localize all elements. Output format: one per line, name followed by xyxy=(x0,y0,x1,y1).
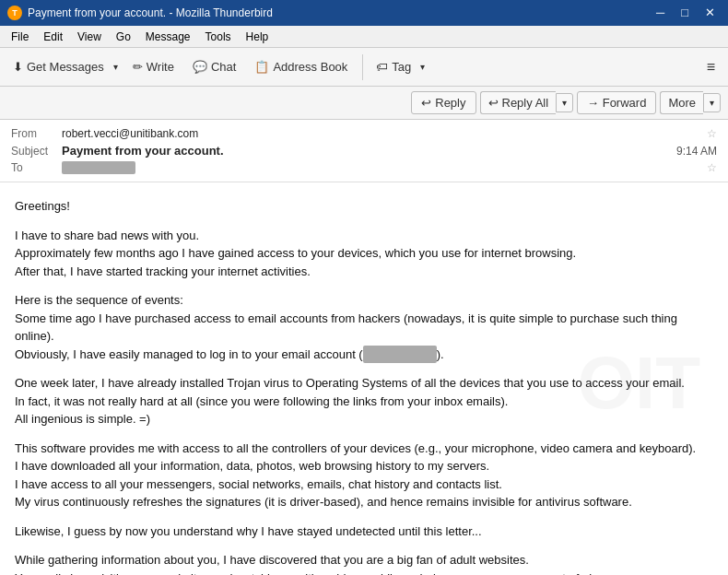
forward-button[interactable]: → Forward xyxy=(577,91,656,114)
title-bar-controls: ─ □ ✕ xyxy=(651,4,721,22)
menu-edit[interactable]: Edit xyxy=(36,29,70,45)
subject-row: Subject Payment from your account. 9:14 … xyxy=(11,142,717,159)
from-value: robert.vecci@unitibank.com xyxy=(62,127,703,140)
paragraph-2: I have to share bad news with you.Approx… xyxy=(15,227,697,281)
to-row: To ☆ xyxy=(11,159,717,176)
reply-all-label: Reply All xyxy=(502,96,549,110)
tag-label: Tag xyxy=(392,60,411,74)
email-header: From robert.vecci@unitibank.com ☆ Subjec… xyxy=(0,120,728,182)
get-messages-label: Get Messages xyxy=(27,60,104,74)
toolbar-separator xyxy=(362,54,363,80)
paragraph-1: Greetings! xyxy=(15,197,697,216)
hamburger-button[interactable]: ≡ xyxy=(701,55,721,79)
action-bar: ↩ Reply ↩ Reply All ▾ → Forward More ▾ xyxy=(0,87,728,120)
paragraph-4: One week later, I have already installed… xyxy=(15,374,697,428)
to-redacted xyxy=(62,161,135,174)
title-bar-left: T Payment from your account. - Mozilla T… xyxy=(7,6,273,20)
write-label: Write xyxy=(147,60,174,74)
get-messages-arrow[interactable]: ▾ xyxy=(110,58,122,76)
from-row: From robert.vecci@unitibank.com ☆ xyxy=(11,125,717,142)
minimize-button[interactable]: ─ xyxy=(651,4,670,22)
tag-group: 🏷 Tag ▾ xyxy=(370,56,429,77)
to-label: To xyxy=(11,161,62,174)
tag-arrow[interactable]: ▾ xyxy=(417,58,429,76)
menu-tools[interactable]: Tools xyxy=(198,29,239,45)
tag-button[interactable]: 🏷 Tag xyxy=(370,56,417,77)
forward-label: → Forward xyxy=(587,96,646,110)
email-body: Greetings! I have to share bad news with… xyxy=(15,197,697,575)
tag-icon: 🏷 xyxy=(376,60,388,74)
more-button[interactable]: More xyxy=(660,91,703,114)
menu-go[interactable]: Go xyxy=(109,29,138,45)
subject-label: Subject xyxy=(11,145,62,158)
reply-all-arrow[interactable]: ▾ xyxy=(556,93,573,112)
get-messages-icon: ⬇ xyxy=(13,60,23,74)
chat-button[interactable]: 💬 Chat xyxy=(185,56,243,77)
get-messages-button[interactable]: ⬇ Get Messages xyxy=(7,56,110,77)
paragraph-3: Here is the sequence of events:Some time… xyxy=(15,291,697,363)
chat-label: Chat xyxy=(211,60,236,74)
redacted-email xyxy=(363,346,437,364)
menu-message[interactable]: Message xyxy=(138,29,198,45)
chat-icon: 💬 xyxy=(193,60,207,74)
address-book-label: Address Book xyxy=(273,60,347,74)
from-star-icon[interactable]: ☆ xyxy=(707,127,717,140)
write-button[interactable]: ✏ Write xyxy=(125,56,182,77)
reply-all-button[interactable]: ↩ Reply All xyxy=(480,91,557,114)
from-label: From xyxy=(11,127,62,140)
close-button[interactable]: ✕ xyxy=(699,4,721,22)
paragraph-6: Likewise, I guess by now you understand … xyxy=(15,522,697,541)
subject-value: Payment from your account. xyxy=(62,144,676,158)
paragraph-5: This software provides me with access to… xyxy=(15,440,697,511)
reply-all-group: ↩ Reply All ▾ xyxy=(480,91,574,114)
email-body-container: OIT Greetings! I have to share bad news … xyxy=(0,182,728,575)
address-book-button[interactable]: 📋 Address Book xyxy=(247,56,355,77)
write-icon: ✏ xyxy=(133,60,143,74)
to-star-icon[interactable]: ☆ xyxy=(707,161,717,174)
more-label: More xyxy=(668,96,696,110)
reply-label: Reply xyxy=(435,96,465,110)
address-book-icon: 📋 xyxy=(254,60,269,74)
menu-file[interactable]: File xyxy=(4,29,36,45)
reply-icon: ↩ xyxy=(421,96,431,110)
toolbar: ⬇ Get Messages ▾ ✏ Write 💬 Chat 📋 Addres… xyxy=(0,48,728,87)
window-title: Payment from your account. - Mozilla Thu… xyxy=(28,6,273,19)
more-group: More ▾ xyxy=(660,91,721,114)
to-value xyxy=(62,161,703,174)
title-bar: T Payment from your account. - Mozilla T… xyxy=(0,0,728,26)
app-icon: T xyxy=(7,6,22,20)
menu-help[interactable]: Help xyxy=(239,29,276,45)
more-arrow[interactable]: ▾ xyxy=(703,93,721,112)
maximize-button[interactable]: □ xyxy=(675,4,694,22)
menu-bar: File Edit View Go Message Tools Help xyxy=(0,26,728,48)
reply-all-icon: ↩ xyxy=(488,96,499,110)
email-time: 9:14 AM xyxy=(676,145,717,158)
menu-view[interactable]: View xyxy=(70,29,109,45)
reply-button[interactable]: ↩ Reply xyxy=(411,91,476,114)
paragraph-7: While gathering information about you, I… xyxy=(15,551,697,575)
get-messages-group: ⬇ Get Messages ▾ xyxy=(7,56,122,77)
